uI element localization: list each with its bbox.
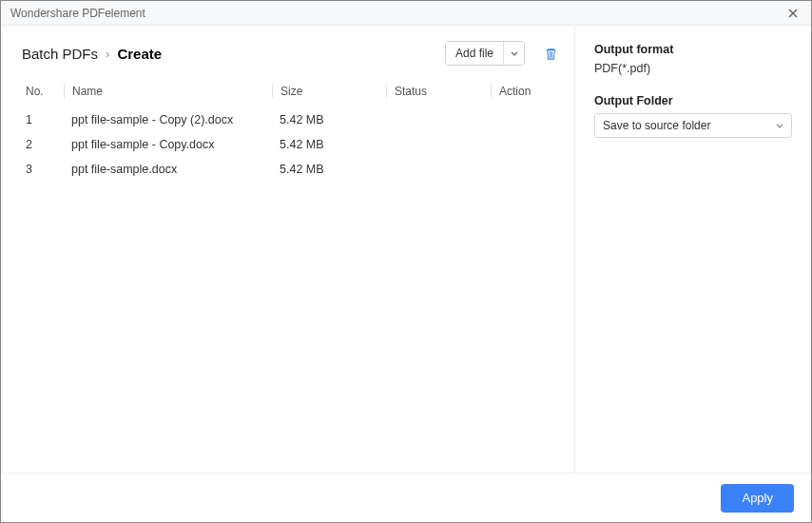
output-folder-selected: Save to source folder	[603, 119, 710, 132]
cell-action	[491, 113, 561, 126]
breadcrumb: Batch PDFs › Create	[22, 46, 162, 62]
add-file-button[interactable]: Add file	[446, 42, 503, 65]
col-header-size: Size	[272, 85, 386, 98]
col-header-name: Name	[64, 85, 272, 98]
cell-name: ppt file-sample - Copy.docx	[64, 138, 272, 151]
cell-no: 2	[22, 138, 64, 151]
output-format-value: PDF(*.pdf)	[594, 62, 792, 75]
cell-name: ppt file-sample.docx	[64, 163, 272, 176]
col-header-no: No.	[22, 85, 64, 98]
breadcrumb-root[interactable]: Batch PDFs	[22, 46, 98, 62]
cell-name: ppt file-sample - Copy (2).docx	[64, 113, 272, 126]
output-folder-label: Output Folder	[594, 94, 792, 107]
footer: Apply	[1, 473, 811, 522]
table-row[interactable]: 1 ppt file-sample - Copy (2).docx 5.42 M…	[22, 107, 561, 132]
close-button[interactable]	[784, 5, 802, 22]
chevron-right-icon: ›	[106, 47, 109, 61]
close-icon	[788, 9, 798, 18]
cell-action	[491, 138, 561, 151]
delete-button[interactable]	[540, 43, 561, 64]
cell-size: 5.42 MB	[272, 138, 386, 151]
trash-icon	[544, 47, 558, 61]
titlebar: Wondershare PDFelement	[1, 1, 811, 26]
add-file-dropdown[interactable]	[503, 42, 524, 65]
table-body: 1 ppt file-sample - Copy (2).docx 5.42 M…	[22, 107, 561, 182]
chevron-down-icon	[511, 51, 518, 56]
cell-no: 3	[22, 163, 64, 176]
side-pane: Output format PDF(*.pdf) Output Folder S…	[575, 26, 811, 473]
window-title: Wondershare PDFelement	[10, 7, 145, 20]
table-row[interactable]: 3 ppt file-sample.docx 5.42 MB	[22, 157, 561, 182]
cell-size: 5.42 MB	[272, 113, 386, 126]
add-file-split-button: Add file	[445, 41, 525, 66]
col-header-status: Status	[386, 85, 491, 98]
output-folder-select[interactable]: Save to source folder	[594, 113, 792, 138]
chevron-down-icon	[776, 124, 783, 128]
cell-no: 1	[22, 113, 64, 126]
breadcrumb-current: Create	[117, 46, 162, 62]
main-pane: Batch PDFs › Create Add file No. Name Si…	[1, 26, 575, 473]
cell-size: 5.42 MB	[272, 163, 386, 176]
table-row[interactable]: 2 ppt file-sample - Copy.docx 5.42 MB	[22, 132, 561, 157]
col-header-action: Action	[491, 85, 561, 98]
cell-status	[386, 113, 491, 126]
cell-action	[491, 163, 561, 176]
table-header: No. Name Size Status Action	[22, 79, 561, 104]
apply-button[interactable]: Apply	[721, 484, 794, 513]
output-format-label: Output format	[594, 43, 792, 56]
cell-status	[386, 138, 491, 151]
cell-status	[386, 163, 491, 176]
